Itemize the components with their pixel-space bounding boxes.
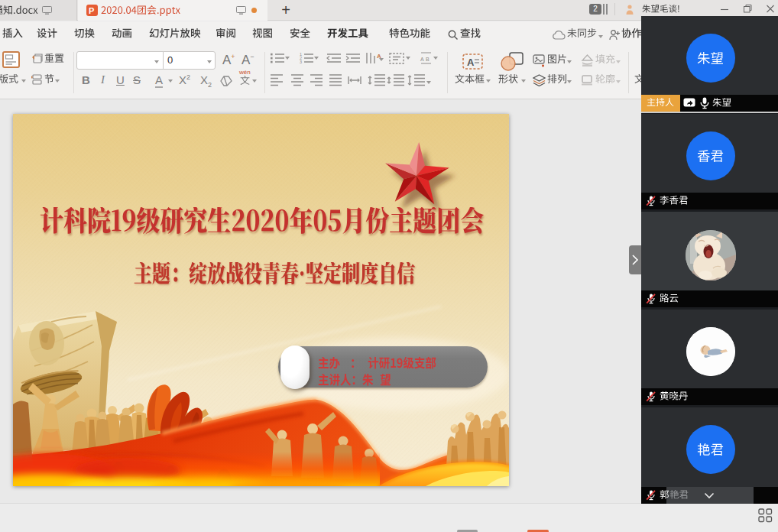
svg-text:A: A <box>467 57 475 68</box>
svg-text:B: B <box>426 57 430 62</box>
svg-text:A: A <box>420 57 424 62</box>
svg-text:P: P <box>89 6 94 15</box>
svg-text:3: 3 <box>300 60 302 64</box>
